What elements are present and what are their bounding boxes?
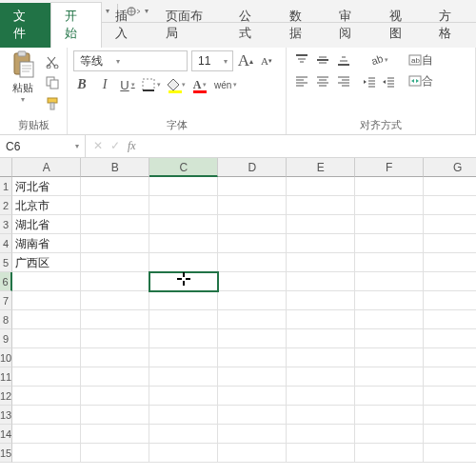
underline-button[interactable]: U▾: [119, 75, 136, 94]
cell-C13[interactable]: [149, 406, 218, 425]
cell-B13[interactable]: [81, 406, 149, 425]
row-header-15[interactable]: 15: [0, 444, 12, 463]
cell-A8[interactable]: [12, 310, 81, 329]
cell-C3[interactable]: [149, 215, 218, 234]
cell-D5[interactable]: [218, 253, 287, 272]
cell-G4[interactable]: [424, 234, 476, 253]
tab-layout[interactable]: 页面布局: [152, 3, 226, 48]
cell-C12[interactable]: [149, 387, 218, 406]
cell-E14[interactable]: [287, 425, 355, 444]
tab-view[interactable]: 视图: [376, 3, 426, 48]
cell-B7[interactable]: [81, 291, 149, 310]
row-header-9[interactable]: 9: [0, 329, 12, 348]
cell-B12[interactable]: [81, 387, 149, 406]
cell-A2[interactable]: 北京市: [12, 196, 81, 215]
row-header-14[interactable]: 14: [0, 425, 12, 444]
cell-D9[interactable]: [218, 329, 287, 348]
cell-G13[interactable]: [424, 406, 476, 425]
align-bottom-icon[interactable]: [334, 50, 353, 69]
cell-B4[interactable]: [81, 234, 149, 253]
tab-insert[interactable]: 插入: [102, 3, 152, 48]
row-header-4[interactable]: 4: [0, 234, 12, 253]
cell-G12[interactable]: [424, 387, 476, 406]
align-top-icon[interactable]: [292, 50, 311, 69]
cell-F1[interactable]: [355, 177, 424, 196]
cell-A15[interactable]: [12, 444, 81, 463]
cell-D14[interactable]: [218, 425, 287, 444]
column-header-A[interactable]: A: [12, 158, 81, 177]
column-header-F[interactable]: F: [355, 158, 424, 177]
cell-D1[interactable]: [218, 177, 287, 196]
cell-F4[interactable]: [355, 234, 424, 253]
column-header-G[interactable]: G: [424, 158, 476, 177]
tab-formula[interactable]: 公式: [226, 3, 276, 48]
font-color-button[interactable]: A▾: [191, 75, 208, 94]
cell-C5[interactable]: [149, 253, 218, 272]
phonetic-button[interactable]: wén▾: [214, 75, 237, 94]
cell-E11[interactable]: [287, 367, 355, 387]
row-header-3[interactable]: 3: [0, 215, 12, 234]
cell-A3[interactable]: 湖北省: [12, 215, 81, 234]
cell-G3[interactable]: [424, 215, 476, 234]
format-painter-icon[interactable]: [44, 94, 61, 113]
cell-D2[interactable]: [218, 196, 287, 215]
cell-A9[interactable]: [12, 329, 81, 348]
cell-D4[interactable]: [218, 234, 287, 253]
fx-icon[interactable]: fx: [128, 139, 136, 153]
cell-E13[interactable]: [287, 406, 355, 425]
cell-A1[interactable]: 河北省: [12, 177, 81, 196]
merge-button[interactable]: 合: [408, 71, 433, 90]
cell-D3[interactable]: [218, 215, 287, 234]
cell-G9[interactable]: [424, 329, 476, 348]
cell-B15[interactable]: [81, 444, 149, 463]
copy-icon[interactable]: [44, 73, 61, 92]
cell-D12[interactable]: [218, 387, 287, 406]
cell-F5[interactable]: [355, 253, 424, 272]
decrease-indent-icon[interactable]: [361, 72, 378, 91]
column-header-D[interactable]: D: [218, 158, 287, 177]
align-left-icon[interactable]: [292, 71, 311, 90]
cell-B10[interactable]: [81, 348, 149, 367]
cell-B8[interactable]: [81, 310, 149, 329]
cell-E6[interactable]: [287, 272, 355, 291]
align-center-icon[interactable]: [313, 71, 332, 90]
cell-D11[interactable]: [218, 367, 287, 387]
cell-G14[interactable]: [424, 425, 476, 444]
cell-C7[interactable]: [149, 291, 218, 310]
paste-button[interactable]: 粘贴 ▾: [6, 50, 40, 104]
cell-E8[interactable]: [287, 310, 355, 329]
column-header-E[interactable]: E: [287, 158, 355, 177]
increase-font-icon[interactable]: A▴: [237, 51, 254, 70]
cell-B11[interactable]: [81, 367, 149, 387]
cell-F7[interactable]: [355, 291, 424, 310]
cell-E1[interactable]: [287, 177, 355, 196]
cell-B6[interactable]: [81, 272, 149, 291]
cell-G8[interactable]: [424, 310, 476, 329]
row-header-2[interactable]: 2: [0, 196, 12, 215]
row-header-5[interactable]: 5: [0, 253, 12, 272]
cell-D13[interactable]: [218, 406, 287, 425]
cell-A4[interactable]: 湖南省: [12, 234, 81, 253]
row-header-6[interactable]: 6: [0, 272, 12, 291]
cell-E2[interactable]: [287, 196, 355, 215]
tab-home[interactable]: 开始: [50, 2, 103, 48]
cell-C14[interactable]: [149, 425, 218, 444]
cell-F12[interactable]: [355, 387, 424, 406]
enter-icon[interactable]: ✓: [110, 139, 120, 153]
cancel-icon[interactable]: ✕: [93, 139, 103, 153]
cell-E9[interactable]: [287, 329, 355, 348]
cut-icon[interactable]: [44, 52, 61, 71]
cell-F15[interactable]: [355, 444, 424, 463]
row-header-13[interactable]: 13: [0, 406, 12, 425]
cell-F10[interactable]: [355, 348, 424, 367]
cell-F2[interactable]: [355, 196, 424, 215]
cell-G2[interactable]: [424, 196, 476, 215]
cell-C1[interactable]: [149, 177, 218, 196]
font-size-select[interactable]: 11▾: [191, 50, 233, 71]
column-header-C[interactable]: C: [149, 158, 218, 177]
row-header-12[interactable]: 12: [0, 387, 12, 406]
cell-C11[interactable]: [149, 367, 218, 387]
cell-A6[interactable]: [12, 272, 81, 291]
orientation-button[interactable]: ab▾: [361, 50, 397, 69]
select-all-corner[interactable]: [0, 158, 12, 177]
